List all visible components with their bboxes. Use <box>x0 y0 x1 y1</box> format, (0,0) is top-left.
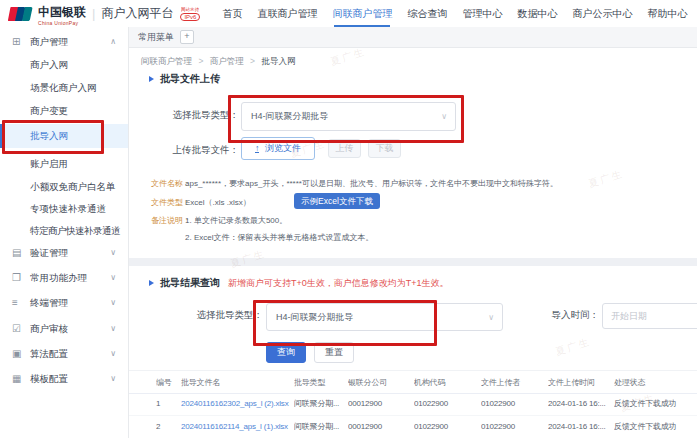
cert-management-icon: ▤ <box>12 243 21 263</box>
remarks-line1: 1. 单文件记录条数最大500。 <box>185 215 287 226</box>
common-functions-icon: ❐ <box>12 268 21 288</box>
batch-type-label: 选择批导类型： <box>147 109 239 122</box>
batch-type-select[interactable]: H4-间联聚分期批导 ∨ <box>241 102 456 131</box>
sidebar: ⊞ 商户管理 ∧ 商户入网 场景化商户入网 商户变更 批导入网 账户启用 小额双… <box>0 27 129 438</box>
result-panel: 批导结果查询 新增商户可支持T+0生效，商户信息修改均为T+1生效。 选择批导类… <box>129 266 697 438</box>
sidebar-item-specific-merchant-fast-channel[interactable]: 特定商户快速补录通道 <box>0 221 128 241</box>
result-table-header: 编号 批导文件名 批导类型 银联分公司 机构代码 文件上传者 文件上传时间 处理… <box>129 370 697 394</box>
reset-button[interactable]: 重置 <box>314 342 354 363</box>
ipv6-badge: 网站支持 IPv6 <box>180 7 200 21</box>
sidebar-item-special-fast-channel[interactable]: 专项快速补录通道 <box>0 199 128 219</box>
sidebar-group-cert-management[interactable]: ▤ 验证管理 ∨ <box>0 243 128 263</box>
table-row: 2 20240116162114_aps_l (1).xlsx 间联聚分期...… <box>129 415 697 438</box>
merchant-onboarding-page: 中国银联 China UnionPay | 商户入网平台 网站支持 IPv6 首… <box>0 0 697 438</box>
upload-button[interactable]: 上传 <box>328 139 361 158</box>
sample-excel-download-button[interactable]: 示例Excel文件下载 <box>294 193 380 209</box>
chevron-down-icon: ∨ <box>110 369 116 389</box>
add-quick-menu-button[interactable]: + <box>180 30 194 44</box>
sidebar-item-small-amount-whitelist[interactable]: 小额双免商户白名单 <box>0 177 128 197</box>
terminal-management-icon: ≡ <box>12 293 18 313</box>
sidebar-item-scenario-onboard[interactable]: 场景化商户入网 <box>0 78 128 98</box>
browse-file-button[interactable]: ↑ 浏览文件 <box>241 137 315 160</box>
merchant-review-icon: ☑ <box>12 319 21 339</box>
section-arrow-icon <box>149 280 154 286</box>
upload-panel: 间联商户管理 > 商户管理 > 批导入网 批导文件上传 选择批导类型： H4-间… <box>129 48 697 258</box>
chevron-down-icon: ∨ <box>110 268 116 288</box>
breadcrumb: 间联商户管理 > 商户管理 > 批导入网 <box>141 56 295 68</box>
result-batch-type-label: 选择批导类型： <box>169 309 263 322</box>
file-link[interactable]: 20240116162114_aps_l (1).xlsx <box>181 422 294 431</box>
sidebar-item-account-enable[interactable]: 账户启用 <box>0 154 128 174</box>
brand-divider: | <box>92 6 95 21</box>
upload-section-title: 批导文件上传 <box>149 72 220 86</box>
nav-data-center[interactable]: 数据中心 <box>517 0 557 27</box>
chevron-down-icon: ∨ <box>110 319 116 339</box>
merchant-management-icon: ⊞ <box>12 32 20 52</box>
file-name-rule: aps_******，要求aps_开头，*****可以是日期、批次号、用户标识等… <box>185 178 558 189</box>
nav-home[interactable]: 首页 <box>222 0 242 27</box>
sidebar-item-batch-import[interactable]: 批导入网 <box>0 124 128 148</box>
nav-management-center[interactable]: 管理中心 <box>462 0 502 27</box>
file-link[interactable]: 20240116162302_aps_l (2).xlsx <box>181 399 294 408</box>
template-config-icon: ▦ <box>12 369 21 389</box>
import-time-start-input[interactable] <box>602 303 697 329</box>
sidebar-group-template-config[interactable]: ▦ 模板配置 ∨ <box>0 369 128 389</box>
query-button[interactable]: 查询 <box>266 342 306 363</box>
nav-direct-merchant[interactable]: 直联商户管理 <box>257 0 317 27</box>
brand-name-cn: 中国银联 <box>38 5 86 19</box>
chevron-up-icon: ∧ <box>110 32 116 52</box>
nav-help-center[interactable]: 帮助中心 <box>647 0 687 27</box>
result-batch-type-select[interactable]: H4-间联聚分期批导 ∨ <box>266 303 503 331</box>
import-time-label: 导入时间： <box>549 309 599 322</box>
table-row: 1 20240116162302_aps_l (2).xlsx 间联聚分期...… <box>129 392 697 416</box>
select-chevron-icon: ∨ <box>441 103 447 130</box>
file-type-value: Excel（.xls .xlsx） <box>185 197 251 208</box>
upload-arrow-icon: ↑ <box>255 144 260 153</box>
sidebar-group-common-functions[interactable]: ❐ 常用功能办理 ∨ <box>0 268 128 288</box>
sidebar-group-merchant-management[interactable]: ⊞ 商户管理 ∧ <box>0 32 128 52</box>
brand-name-en: China UnionPay <box>38 20 86 26</box>
chevron-down-icon: ∨ <box>110 344 116 364</box>
chevron-down-icon: ∨ <box>110 243 116 263</box>
remarks-line2: 2. Excel文件：保留表头并将单元格格式设置成文本。 <box>185 232 373 243</box>
sidebar-group-algorithm-config[interactable]: ▣ 算法配置 ∨ <box>0 344 128 364</box>
download-button[interactable]: 下载 <box>368 139 401 158</box>
top-header: 中国银联 China UnionPay | 商户入网平台 网站支持 IPv6 首… <box>0 0 697 28</box>
sidebar-item-merchant-change[interactable]: 商户变更 <box>0 101 128 121</box>
chevron-down-icon: ∨ <box>110 293 116 313</box>
top-nav: 首页 直联商户管理 间联商户管理 综合查询 管理中心 数据中心 商户公示中心 帮… <box>222 0 687 27</box>
quick-menu-bar: 常用菜单 + <box>129 27 697 48</box>
quick-menu-label: 常用菜单 <box>138 31 174 44</box>
nav-comprehensive-query[interactable]: 综合查询 <box>407 0 447 27</box>
upload-file-label: 上传批导文件： <box>147 144 239 157</box>
section-arrow-icon <box>149 76 154 82</box>
effective-time-notice: 新增商户可支持T+0生效，商户信息修改均为T+1生效。 <box>228 277 449 290</box>
algorithm-config-icon: ▣ <box>12 344 21 364</box>
result-section-title: 批导结果查询 新增商户可支持T+0生效，商户信息修改均为T+1生效。 <box>149 276 449 290</box>
sidebar-group-merchant-review[interactable]: ☑ 商户审核 ∨ <box>0 319 128 339</box>
product-title: 商户入网平台 <box>101 5 173 22</box>
brand: 中国银联 China UnionPay | 商户入网平台 网站支持 IPv6 <box>8 2 200 26</box>
select-chevron-icon: ∨ <box>488 304 494 330</box>
nav-indirect-merchant[interactable]: 间联商户管理 <box>332 0 392 27</box>
unionpay-logo-icon <box>8 6 34 22</box>
sidebar-item-merchant-onboard[interactable]: 商户入网 <box>0 55 128 75</box>
sidebar-group-terminal-management[interactable]: ≡ 终端管理 ∨ <box>0 293 128 313</box>
nav-merchant-publicity[interactable]: 商户公示中心 <box>572 0 632 27</box>
